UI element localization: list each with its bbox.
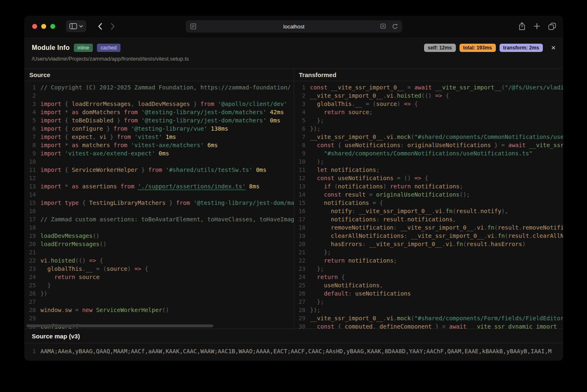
code-token: import bbox=[40, 183, 61, 190]
code-line: 26}) bbox=[26, 289, 294, 298]
code-token: notifications bbox=[324, 200, 369, 206]
code-token: { bbox=[341, 274, 344, 280]
code-token: = bbox=[75, 307, 78, 313]
code-token: import bbox=[40, 142, 61, 148]
code-token: . bbox=[383, 92, 387, 99]
code-token bbox=[310, 101, 317, 107]
tab-overview-icon[interactable] bbox=[548, 23, 556, 30]
reload-icon[interactable] bbox=[392, 23, 398, 30]
code-token: vi bbox=[387, 134, 394, 140]
code-token: fn bbox=[456, 241, 463, 247]
code-token bbox=[365, 191, 369, 198]
code-token: { bbox=[61, 117, 72, 124]
code-line: 14 bbox=[26, 190, 294, 199]
close-window-button[interactable] bbox=[32, 24, 37, 29]
code-token: ; bbox=[376, 167, 380, 173]
code-token: . bbox=[383, 134, 387, 140]
code-token: { bbox=[96, 257, 103, 264]
code-token bbox=[127, 142, 131, 148]
code-token bbox=[328, 167, 331, 173]
line-number: 17 bbox=[296, 215, 306, 223]
code-token: fn bbox=[446, 208, 453, 214]
code-line: 2__vite_ssr_import_0__.vi.hoisted(() => … bbox=[296, 92, 563, 100]
code-token bbox=[310, 167, 317, 173]
code-line: 24 return { bbox=[296, 273, 563, 281]
sidebar-toggle-button[interactable] bbox=[66, 20, 86, 32]
code-line: 14 const result = originalUseNotificatio… bbox=[296, 190, 563, 199]
code-token: ServiceWorkerHelper bbox=[72, 167, 138, 173]
code-line: 23 globalThis.__ = (source) => { bbox=[26, 265, 294, 273]
zoom-window-button[interactable] bbox=[50, 24, 55, 29]
transformed-code: 1const __vite_ssr_import_0__ = await __v… bbox=[294, 81, 563, 329]
line-number: 18 bbox=[296, 223, 306, 232]
line-number: 19 bbox=[26, 232, 36, 240]
code-line: 1// Copyright (C) 2012-2025 Zammad Found… bbox=[26, 83, 294, 92]
code-token: return bbox=[317, 274, 338, 280]
code-token: originalUseNotifications bbox=[376, 191, 460, 198]
line-number: 25 bbox=[296, 281, 306, 289]
code-token: // Zammad custom assertions: toBeAvatarE… bbox=[40, 216, 294, 223]
minimize-window-button[interactable] bbox=[41, 24, 46, 29]
code-token: { bbox=[380, 200, 383, 206]
line-number: 29 bbox=[296, 314, 306, 322]
line-number: 18 bbox=[26, 223, 36, 232]
line-number: 3 bbox=[26, 100, 36, 108]
code-token bbox=[369, 101, 372, 107]
code-token: . bbox=[487, 241, 490, 247]
code-token bbox=[79, 109, 82, 115]
code-token: import bbox=[40, 150, 61, 157]
code-token bbox=[40, 274, 54, 280]
code-line: 29 bbox=[26, 314, 294, 322]
source-map-section: Source map (v3) 1AAMA;AAeA,yBAAG,QAAQ,MA… bbox=[24, 329, 563, 361]
module-link[interactable]: './support/assertions/index.ts' bbox=[138, 183, 245, 190]
code-token: computed bbox=[345, 323, 372, 329]
source-code: 1// Copyright (C) 2012-2025 Zammad Found… bbox=[24, 81, 294, 329]
code-token bbox=[335, 175, 338, 181]
code-token: } bbox=[491, 142, 501, 148]
address-bar[interactable]: localhost A bbox=[186, 20, 402, 33]
line-number: 14 bbox=[26, 190, 36, 199]
code-line: 17// Zammad custom assertions: toBeAvata… bbox=[26, 215, 294, 223]
code-token: ; bbox=[394, 257, 397, 264]
code-token: const bbox=[317, 175, 334, 181]
forward-button[interactable] bbox=[111, 23, 115, 30]
code-token: . bbox=[529, 232, 533, 239]
code-token bbox=[110, 142, 113, 148]
horizontal-scrollbar[interactable] bbox=[26, 324, 213, 327]
close-icon[interactable]: × bbox=[551, 45, 556, 51]
code-token: * bbox=[65, 109, 72, 115]
code-token: from bbox=[124, 117, 138, 124]
code-token: { bbox=[335, 323, 345, 329]
code-token: from bbox=[113, 142, 127, 148]
code-line: 27 }; bbox=[296, 298, 563, 306]
code-token: { bbox=[79, 200, 89, 206]
chevron-down-icon bbox=[79, 25, 83, 28]
translate-icon[interactable]: A bbox=[380, 23, 387, 29]
back-button[interactable] bbox=[98, 23, 102, 30]
code-line: 23 }; bbox=[296, 265, 563, 273]
new-tab-icon[interactable] bbox=[533, 23, 540, 30]
code-token: } bbox=[432, 323, 442, 329]
code-token: window bbox=[40, 307, 61, 313]
transform-time-badge: transform: 2ms bbox=[500, 44, 543, 52]
code-token: notify bbox=[331, 208, 352, 214]
source-panel-title: Source bbox=[24, 69, 294, 81]
code-token: ; bbox=[369, 109, 372, 115]
page-icon[interactable] bbox=[190, 23, 196, 30]
share-icon[interactable] bbox=[519, 22, 526, 31]
code-token: vi bbox=[477, 224, 484, 231]
code-line: 22 return notifications; bbox=[296, 256, 563, 265]
code-token: 0ms bbox=[159, 150, 169, 157]
code-token bbox=[505, 142, 508, 148]
code-token: . bbox=[494, 232, 497, 239]
code-token: from bbox=[120, 183, 134, 190]
code-token: : bbox=[362, 241, 369, 247]
code-token: => bbox=[89, 257, 96, 264]
code-token: removeNotification bbox=[331, 224, 394, 231]
code-token: () bbox=[404, 175, 414, 181]
code-token: useNotifications bbox=[338, 175, 394, 181]
code-token: originalUseNotifications bbox=[408, 142, 491, 148]
line-number: 10 bbox=[26, 157, 36, 166]
line-number: 28 bbox=[296, 306, 306, 314]
line-number: 15 bbox=[26, 199, 36, 207]
